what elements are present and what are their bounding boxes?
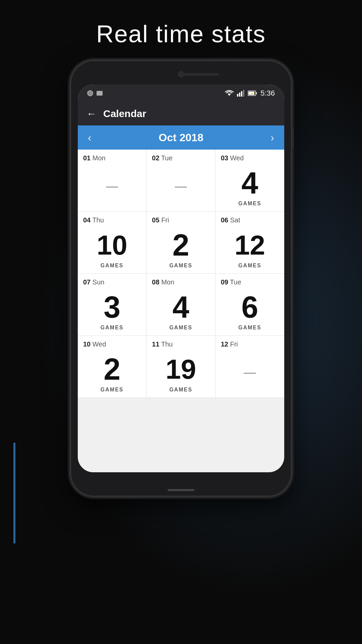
games-count: 6	[221, 289, 279, 325]
calendar-cell[interactable]: 10 Wed2GAMES	[78, 336, 146, 398]
games-label: GAMES	[221, 263, 279, 269]
calendar-grid: 01 Mon—02 Tue—03 Wed4GAMES04 Thu10GAMES0…	[78, 150, 284, 398]
wifi-icon	[225, 90, 234, 97]
svg-rect-6	[256, 92, 257, 94]
no-games-dash: —	[152, 165, 209, 207]
calendar-cell[interactable]: 02 Tue—	[146, 150, 215, 212]
games-label: GAMES	[152, 387, 209, 393]
day-label: 02 Tue	[152, 154, 209, 162]
phone-side-button	[292, 127, 294, 148]
calendar-nav: ‹ Oct 2018 ›	[78, 125, 284, 150]
games-count: 12	[221, 227, 279, 263]
calendar-cell[interactable]: 11 Thu19GAMES	[146, 336, 215, 398]
day-label: 08 Mon	[152, 278, 209, 286]
games-label: GAMES	[83, 325, 141, 331]
calendar-cell[interactable]: 09 Tue6GAMES	[216, 274, 284, 336]
app-header: ← Calendar	[78, 102, 284, 125]
day-label: 11 Thu	[152, 340, 209, 348]
next-month-button[interactable]: ›	[270, 131, 274, 144]
status-left-icons	[87, 90, 103, 96]
status-time: 5:36	[260, 89, 275, 98]
no-games-dash: —	[221, 352, 279, 393]
calendar-cell[interactable]: 05 Fri2GAMES	[146, 212, 215, 274]
signal-icon	[237, 90, 244, 97]
calendar-cell[interactable]: 12 Fri—	[216, 336, 284, 398]
games-count: 19	[152, 352, 209, 387]
games-count: 2	[83, 352, 141, 387]
svg-rect-3	[241, 91, 242, 97]
day-label: 12 Fri	[221, 340, 279, 348]
no-games-dash: —	[83, 165, 141, 207]
day-label: 04 Thu	[83, 216, 141, 224]
games-label: GAMES	[152, 325, 209, 331]
calendar-cell[interactable]: 03 Wed4GAMES	[216, 150, 284, 212]
page-title: Calendar	[103, 108, 146, 119]
day-label: 01 Mon	[83, 154, 141, 162]
day-label: 05 Fri	[152, 216, 209, 224]
day-label: 10 Wed	[83, 340, 141, 348]
calendar-cell[interactable]: 07 Sun3GAMES	[78, 274, 146, 336]
games-count: 4	[221, 165, 279, 201]
hero-title: Real time stats	[0, 20, 362, 48]
games-label: GAMES	[83, 387, 141, 393]
phone-speaker	[179, 73, 219, 76]
games-count: 3	[83, 289, 141, 325]
phone-home-indicator	[168, 489, 194, 491]
day-label: 07 Sun	[83, 278, 141, 286]
phone-screen: ⚡ 5:36 ← Calendar ‹ Oct 2018 › 01 Mon—02…	[78, 85, 284, 472]
calendar-cell[interactable]: 08 Mon4GAMES	[146, 274, 215, 336]
svg-rect-2	[239, 93, 240, 97]
games-count: 2	[152, 227, 209, 263]
day-label: 09 Tue	[221, 278, 279, 286]
svg-rect-4	[243, 90, 244, 97]
games-label: GAMES	[83, 263, 141, 269]
back-button[interactable]: ←	[86, 108, 97, 119]
status-card-icon	[97, 91, 103, 96]
status-right-area: ⚡ 5:36	[225, 89, 275, 98]
svg-rect-1	[237, 94, 238, 97]
games-label: GAMES	[221, 325, 279, 331]
month-label: Oct 2018	[159, 131, 203, 144]
games-count: 10	[83, 227, 141, 263]
svg-marker-0	[228, 94, 231, 96]
games-label: GAMES	[221, 201, 279, 207]
calendar-cell[interactable]: 01 Mon—	[78, 150, 146, 212]
games-label: GAMES	[152, 263, 209, 269]
day-label: 03 Wed	[221, 154, 279, 162]
calendar-cell[interactable]: 04 Thu10GAMES	[78, 212, 146, 274]
day-label: 06 Sat	[221, 216, 279, 224]
phone-frame: ⚡ 5:36 ← Calendar ‹ Oct 2018 › 01 Mon—02…	[70, 60, 292, 496]
status-bar: ⚡ 5:36	[78, 85, 284, 102]
prev-month-button[interactable]: ‹	[88, 131, 92, 144]
games-count: 4	[152, 289, 209, 325]
status-dot-icon	[87, 90, 93, 96]
svg-text:⚡: ⚡	[250, 92, 254, 96]
blue-accent-decoration	[13, 443, 15, 543]
calendar-cell[interactable]: 06 Sat12GAMES	[216, 212, 284, 274]
battery-icon: ⚡	[248, 91, 257, 96]
